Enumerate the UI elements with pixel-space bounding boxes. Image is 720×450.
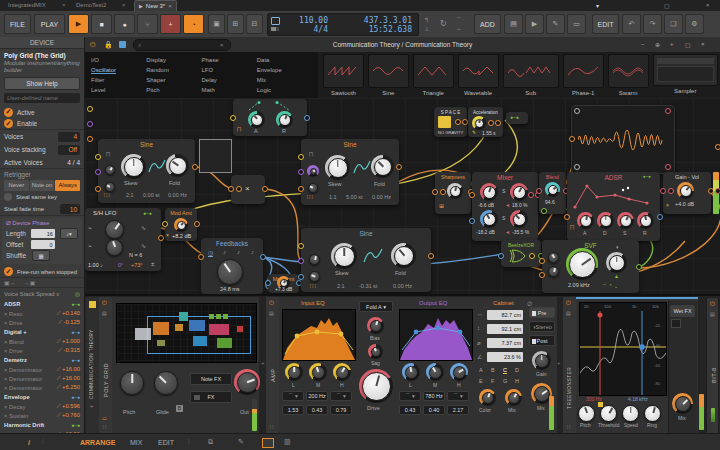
mod-name[interactable]: ADSR [4,301,20,307]
song-position[interactable]: 437.3.3.01 [334,16,412,25]
output-eq-low-knob[interactable] [402,363,420,381]
category-math[interactable]: Math [202,87,257,93]
play-menu-button[interactable]: PLAY [34,14,65,34]
treemonster-spectrum-display[interactable]: 20 100 1k 10k -20 -40 -60 -80 [579,302,667,396]
module-space[interactable]: S P A C E NO GRAVITY [434,107,467,137]
module-multiply[interactable]: × [231,175,265,204]
skew-knob[interactable] [331,243,357,269]
module-sh-lfo[interactable]: S/H LFO ●–● ⌁ ∿ ⌁ ∿ N = 6 1.00 ♩ 0° +73°… [85,208,161,271]
pencil-icon[interactable]: ✎ [472,130,476,135]
cab-model-h[interactable]: H [515,378,519,384]
category-level[interactable]: Level [91,87,146,93]
bit8-device-strip[interactable]: ⏻ ▤ BIT-8 [706,297,719,434]
save-icon[interactable]: ▤ [504,14,523,34]
pen-icon[interactable]: ✎ [546,14,565,34]
record-button[interactable]: ● [114,14,135,34]
low-shelf-dropdown[interactable]: ⌒ ▾ [399,391,421,401]
gain1-value[interactable]: -6.6 dB [478,202,494,208]
mod-target[interactable]: × Denominator [4,376,42,382]
glide-mode-badge[interactable]: B [176,405,183,412]
category-delay[interactable]: Delay [202,77,257,83]
fold-knob[interactable] [371,155,394,178]
svf-res-knob[interactable] [548,266,559,277]
semitone-value[interactable]: 0.00 st [143,192,160,198]
redo-icon[interactable]: ↷ [643,14,662,34]
output-eq-high-knob[interactable] [450,363,468,381]
add-track-button[interactable]: ADD [474,14,501,34]
module-mixer[interactable]: Mixer S -6.6 dB ◄ 18.0 % S -18.2 dB ◄ -3… [472,172,538,241]
palette-item-sampler[interactable]: Sampler [653,54,718,98]
post-button[interactable]: Post [529,335,555,346]
loop-icon[interactable]: ↻ [440,19,447,28]
note-icon[interactable]: ♪ [251,249,254,255]
category-oscillator-selected[interactable]: Oscillator [91,67,116,74]
input-eq-high-value[interactable]: 0.79 [330,405,352,415]
module-adsr[interactable]: ADSR ●–● ⨅ A D S R [567,172,660,241]
device-name[interactable]: AMP [270,352,276,382]
show-help-button[interactable]: Show Help [4,77,80,90]
freq-value[interactable]: 0.00 Hz [168,192,187,198]
steal-fade-value[interactable]: 10 [60,204,80,214]
folder-icon[interactable]: ▭ [567,14,586,34]
cab-color-knob[interactable] [479,389,496,406]
offset-value[interactable]: 0 [31,240,55,249]
edit-menu-button[interactable]: EDIT [592,14,619,34]
amp-device-strip[interactable]: ⏻ ▤ AMP ᎒᎒ [266,297,280,434]
mod-target[interactable]: × Drive [4,348,23,354]
project-tab[interactable]: DemoTest2 [76,2,106,8]
module-beelzexor[interactable]: BeelzeXOR [501,240,541,267]
phase-knob[interactable] [309,254,320,265]
palette-item-wavetable[interactable]: Wavetable [458,54,499,98]
device-name[interactable]: BIT-8 [711,353,717,383]
cab-model-a[interactable]: A [479,367,483,373]
expand-icon[interactable]: ▤ [710,311,715,317]
semitone-value[interactable]: -0.31 st [359,283,377,289]
phase-knob[interactable] [105,165,115,175]
input-eq-low-value[interactable]: 1.53 [282,405,304,415]
cab-height-value[interactable]: 92.1 cm [487,324,523,334]
metronome-icon[interactable] [271,17,280,25]
input-eq-mid-knob[interactable] [309,363,327,381]
module-oscilloscope[interactable] [571,105,675,174]
expand-icon[interactable]: ▤ [269,310,274,316]
category-pitch[interactable]: Pitch [146,87,201,93]
layout-panels-button[interactable]: ▣ [208,14,225,34]
accel-knob[interactable] [472,116,486,130]
mod-amount[interactable]: ⟋ -0.125 [58,319,80,326]
module-feedbacks[interactable]: Feedbacks ◷ ♪ ♪ ♪ 24.8 ms [201,238,263,294]
mod-out-icon[interactable]: →▣ [24,279,36,286]
input-eq-high-knob[interactable] [333,363,351,381]
attack-knob[interactable] [248,111,265,128]
high-shelf-dropdown[interactable]: ⌒ ▾ [447,391,469,401]
spread-value[interactable]: +73° [131,262,143,268]
mod-target[interactable]: × Blend [4,339,24,345]
retrigger-never-button[interactable]: Never [4,180,29,191]
length-value[interactable]: 16 [31,229,55,238]
ratio-value[interactable]: 1:1 [329,194,337,200]
mod-target[interactable]: × Reso [4,311,23,317]
mod-amount[interactable]: ⟋ +16.00 [56,375,80,382]
remote-icon[interactable]: ▭ [102,415,107,421]
palette-item-sawtooth[interactable]: Sawtooth [323,54,364,98]
input-eq-freq[interactable]: 200 Hz [306,391,328,401]
palette-item-sub[interactable]: Sub [503,54,559,98]
amount-value[interactable]: +7.3 dB [275,286,292,292]
output-eq-mid-value[interactable]: 0.40 [423,405,445,415]
category-phase[interactable]: Phase [202,57,257,63]
module-gain-vol[interactable]: Gain - Vol × +4.0 dB [663,172,711,214]
mod-amount[interactable]: ⟋ +0.140 [56,310,80,317]
shuffle-button[interactable]: ▦ [32,250,50,261]
output-eq-mid-knob[interactable] [426,363,444,381]
notification-dot-icon[interactable]: ▾ [596,2,599,9]
fold-model-dropdown[interactable]: Fold A ▾ [359,301,393,312]
zoom-fit-icon[interactable]: ⊕ [655,41,660,48]
low-shelf-dropdown[interactable]: ⌒ ▾ [282,391,304,401]
phase-knob[interactable] [307,165,319,177]
drag-icon[interactable]: ᎒᎒ [269,424,274,430]
stereo-button[interactable]: ◑ Stereo [529,321,555,332]
sustain-knob[interactable] [617,212,634,229]
category-lfo[interactable]: LFO [202,67,257,73]
output-eq-freq[interactable]: 780 Hz [423,391,445,401]
accel-value[interactable]: 1.55 s [482,130,496,136]
glide-knob[interactable] [154,371,178,395]
